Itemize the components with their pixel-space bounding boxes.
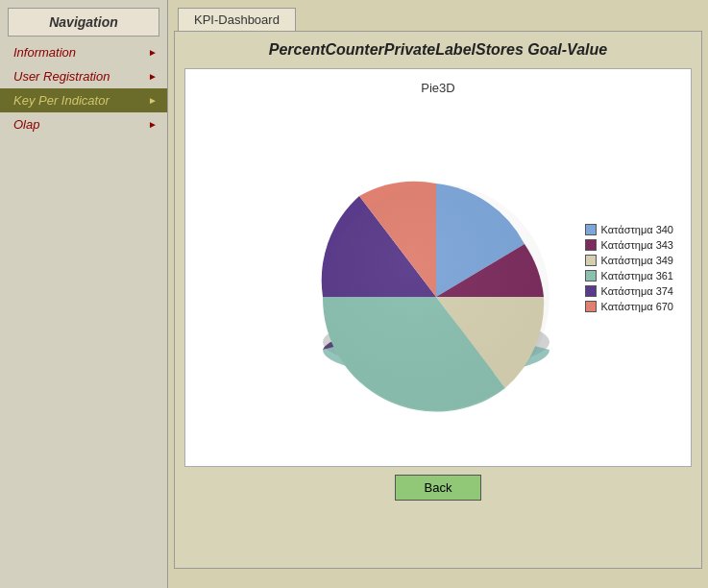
chart-title: PercentCounterPrivateLabelStores Goal-Va…	[184, 41, 692, 59]
main-content: KPI-Dashboard PercentCounterPrivateLabel…	[168, 0, 708, 588]
legend-color-349	[585, 255, 597, 266]
legend-label-361: Κατάστημα 361	[601, 270, 673, 282]
legend-item-670: Κατάστημα 670	[585, 301, 673, 312]
legend-color-340	[585, 224, 597, 235]
chevron-right-icon: ►	[148, 95, 158, 106]
sidebar-item-key-per-indicator[interactable]: Key Per Indicator ►	[0, 88, 167, 112]
legend-label-349: Κατάστημα 349	[601, 255, 673, 266]
content-area: PercentCounterPrivateLabelStores Goal-Va…	[174, 31, 702, 569]
sidebar-item-label: Key Per Indicator	[13, 93, 110, 108]
pie-chart	[284, 119, 592, 427]
legend-item-340: Κατάστημα 340	[585, 224, 673, 235]
sidebar-item-information[interactable]: Information ►	[0, 40, 167, 64]
legend-label-340: Κατάστημα 340	[601, 224, 673, 235]
sidebar-item-user-registration[interactable]: User Registration ►	[0, 64, 167, 88]
tab-kpi-dashboard[interactable]: KPI-Dashboard	[178, 8, 296, 31]
legend-item-361: Κατάστημα 361	[585, 270, 673, 282]
back-area: Back	[184, 475, 692, 501]
legend-item-374: Κατάστημα 374	[585, 285, 673, 297]
legend-label-343: Κατάστημα 343	[601, 239, 673, 251]
nav-header: Navigation	[8, 8, 159, 37]
sidebar-item-label: Olap	[13, 117, 39, 132]
legend-color-670	[585, 301, 597, 312]
chart-legend: Κατάστημα 340 Κατάστημα 343 Κατάστημα 34…	[585, 224, 673, 312]
back-button[interactable]: Back	[395, 475, 482, 501]
tab-bar: KPI-Dashboard	[168, 0, 708, 31]
legend-label-670: Κατάστημα 670	[601, 301, 673, 312]
chevron-right-icon: ►	[148, 119, 158, 130]
chart-container: Pie3D	[184, 68, 692, 467]
chevron-right-icon: ►	[148, 71, 158, 82]
legend-label-374: Κατάστημα 374	[601, 285, 673, 297]
legend-color-343	[585, 239, 597, 251]
chart-type-label: Pie3D	[421, 81, 454, 95]
sidebar-item-olap[interactable]: Olap ►	[0, 112, 167, 136]
legend-item-343: Κατάστημα 343	[585, 239, 673, 251]
legend-color-374	[585, 285, 597, 297]
legend-color-361	[585, 270, 597, 282]
sidebar: Navigation Information ► User Registrati…	[0, 0, 168, 588]
sidebar-item-label: User Registration	[13, 69, 110, 84]
legend-item-349: Κατάστημα 349	[585, 255, 673, 266]
svg-point-1	[323, 184, 549, 410]
chevron-right-icon: ►	[148, 47, 158, 58]
sidebar-item-label: Information	[13, 45, 76, 60]
